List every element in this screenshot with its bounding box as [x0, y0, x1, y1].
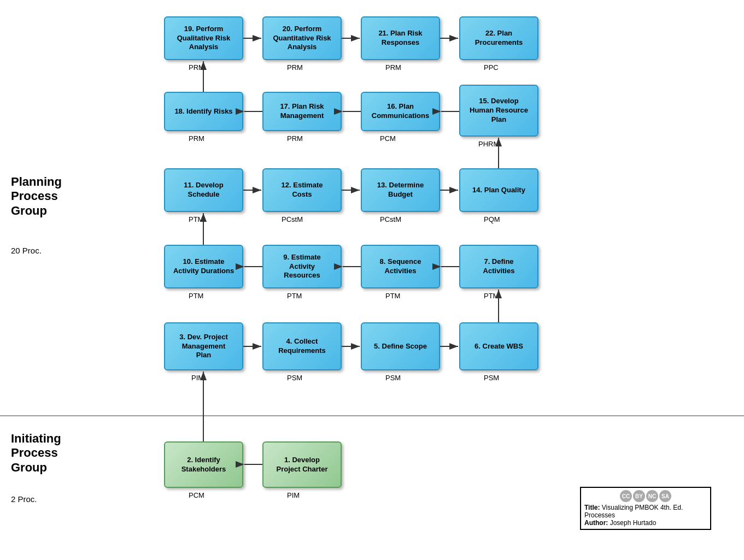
label-1: PIM	[287, 491, 300, 499]
label-19: PRM	[189, 63, 204, 72]
nc-icon: NC	[646, 490, 658, 502]
label-21: PRM	[385, 63, 401, 72]
box-22: 22. PlanProcurements	[459, 16, 538, 60]
main-container: Planning Process Group 20 Proc. Initiati…	[0, 0, 744, 560]
label-8: PTM	[385, 292, 400, 300]
label-10: PTM	[189, 292, 203, 300]
box-10: 10. EstimateActivity Durations	[164, 245, 243, 288]
label-2: PCM	[189, 491, 204, 499]
label-13: PCstM	[380, 215, 401, 223]
planning-label: Planning Process Group	[11, 175, 62, 218]
initiating-label: Initiating Process Group	[11, 432, 61, 475]
box-3: 3. Dev. ProjectManagementPlan	[164, 322, 243, 370]
initiating-proc: 2 Proc.	[11, 494, 37, 504]
cc-icon: CC	[620, 490, 632, 502]
box-16: 16. PlanCommunications	[361, 92, 440, 131]
sa-icon: SA	[659, 490, 671, 502]
label-12: PCstM	[282, 215, 303, 223]
box-21: 21. Plan RiskResponses	[361, 16, 440, 60]
label-22: PPC	[484, 63, 499, 72]
copyright-box: CC BY NC SA Title: Visualizing PMBOK 4th…	[580, 487, 711, 530]
box-15: 15. DevelopHuman ResourcePlan	[459, 85, 538, 137]
box-1: 1. DevelopProject Charter	[262, 441, 342, 488]
planning-proc: 20 Proc.	[11, 246, 42, 255]
label-3: PIM	[191, 374, 204, 382]
box-5: 5. Define Scope	[361, 322, 440, 370]
box-6: 6. Create WBS	[459, 322, 538, 370]
box-11: 11. DevelopSchedule	[164, 168, 243, 212]
label-15: PHRM	[478, 140, 499, 148]
cc-icons: CC BY NC SA	[584, 490, 707, 502]
box-2: 2. IdentifyStakeholders	[164, 441, 243, 488]
copyright-author: Author: Joseph Hurtado	[584, 519, 707, 527]
label-6: PSM	[484, 374, 499, 382]
label-7: PTM	[484, 292, 499, 300]
box-12: 12. EstimateCosts	[262, 168, 342, 212]
label-17: PRM	[287, 134, 303, 143]
label-16: PCM	[380, 134, 396, 143]
label-4: PSM	[287, 374, 302, 382]
box-18: 18. Identify Risks	[164, 92, 243, 131]
box-17: 17. Plan RiskManagement	[262, 92, 342, 131]
box-7: 7. DefineActivities	[459, 245, 538, 288]
label-14: PQM	[484, 215, 500, 223]
box-14: 14. Plan Quality	[459, 168, 538, 212]
divider	[0, 415, 744, 416]
label-5: PSM	[385, 374, 401, 382]
label-20: PRM	[287, 63, 303, 72]
box-20: 20. PerformQuantitative RiskAnalysis	[262, 16, 342, 60]
label-11: PTM	[189, 215, 203, 223]
box-19: 19. PerformQualitative RiskAnalysis	[164, 16, 243, 60]
by-icon: BY	[633, 490, 645, 502]
box-9: 9. EstimateActivityResources	[262, 245, 342, 288]
box-4: 4. CollectRequirements	[262, 322, 342, 370]
label-9: PTM	[287, 292, 302, 300]
box-8: 8. SequenceActivities	[361, 245, 440, 288]
label-18: PRM	[189, 134, 204, 143]
box-13: 13. DetermineBudget	[361, 168, 440, 212]
copyright-title: Title: Visualizing PMBOK 4th. Ed. Proces…	[584, 504, 707, 519]
